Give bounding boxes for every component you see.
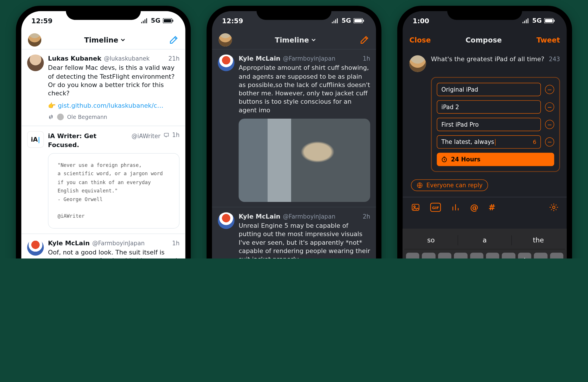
tweet-author: Kyle McLain [239, 212, 280, 221]
gif-icon: GIF [430, 203, 441, 212]
image-icon [411, 203, 420, 212]
svg-rect-15 [545, 19, 552, 22]
key-i[interactable]: i [518, 253, 531, 258]
tweet[interactable]: Kyle McLain @FarmboyinJapan 1h Appropria… [212, 49, 376, 207]
svg-rect-8 [354, 19, 362, 22]
poll-option-input[interactable]: The latest, always 6 [437, 135, 541, 148]
svg-point-20 [414, 206, 415, 207]
key-o[interactable]: o [534, 253, 548, 258]
poll-remove-button[interactable]: − [545, 85, 554, 94]
tweet[interactable]: Kyle McLain @FarmboyinJapan 1h Oof, not … [21, 234, 185, 258]
char-count: 243 [549, 56, 560, 62]
tweet-handle: @lukaskubanek [104, 55, 150, 63]
battery-icon [353, 18, 364, 23]
tweet-text: Appropriate amount of shirt cuff showing… [239, 64, 370, 114]
tweet-handle: @iAWriter [131, 133, 160, 140]
compose-button[interactable] [169, 35, 179, 45]
poll-option-input[interactable]: iPad 2 [437, 100, 541, 113]
compose-button[interactable] [359, 35, 370, 45]
compose-icon [359, 35, 370, 45]
avatar[interactable]: iA| [27, 131, 44, 229]
nav-bar: Timeline [212, 30, 376, 50]
battery-icon [163, 18, 174, 23]
nav-title[interactable]: Timeline [275, 36, 316, 44]
avatar[interactable] [218, 55, 235, 202]
poll-icon [451, 203, 460, 212]
key-y[interactable]: y [486, 253, 499, 258]
nav-title: Compose [465, 36, 502, 44]
key-q[interactable]: q [406, 253, 419, 258]
account-avatar[interactable] [28, 33, 41, 46]
tweet-button[interactable]: Tweet [536, 36, 560, 44]
nav-title[interactable]: Timeline [84, 36, 126, 44]
svg-rect-16 [554, 20, 555, 22]
key-u[interactable]: u [502, 253, 515, 258]
keyboard-suggestions: so a the [404, 231, 565, 249]
tweet-handle: @FarmboyinJapan [283, 213, 335, 220]
tweet-author: Kyle McLain [239, 55, 280, 63]
avatar[interactable] [218, 212, 235, 258]
suggestion[interactable]: the [512, 236, 565, 244]
clock-icon [441, 156, 448, 163]
tweet-link[interactable]: gist.github.com/lukaskubanek/c… [58, 102, 163, 109]
quote-card: "Never use a foreign phrase, a scientifi… [48, 153, 179, 228]
poll-option-input[interactable]: Original iPad [437, 83, 541, 96]
reply-scope-button[interactable]: Everyone can reply [411, 180, 488, 191]
retweet-indicator: Ole Begemann [48, 113, 179, 121]
timeline[interactable]: Kyle McLain @FarmboyinJapan 1h Appropria… [212, 49, 376, 258]
tweet-time: 1h [172, 131, 179, 139]
key-r[interactable]: r [454, 253, 467, 258]
status-time: 12:59 [31, 17, 53, 25]
key-p[interactable]: p [550, 253, 563, 258]
nav-bar: Close Compose Tweet [403, 30, 566, 50]
tweet-handle: @FarmboyinJapan [92, 239, 145, 247]
retweeter-avatar [57, 114, 64, 120]
account-avatar[interactable] [409, 55, 426, 72]
gear-icon [549, 203, 558, 212]
gif-button[interactable]: GIF [430, 203, 441, 212]
timeline[interactable]: Lukas Kubanek @lukaskubanek 21h Dear fel… [21, 49, 185, 258]
chevron-down-icon [311, 37, 316, 43]
svg-rect-2 [173, 20, 173, 22]
tweet-author: Kyle McLain [48, 239, 90, 247]
keyboard[interactable]: so a the qwertyuiop asdfghjkl zxcvbnm 12… [403, 229, 566, 258]
tweet[interactable]: iA| iA Writer: Get Focused. @iAWriter 1h… [21, 126, 185, 234]
key-e[interactable]: e [438, 253, 451, 258]
tweet-handle: @FarmboyinJapan [283, 55, 335, 63]
tweet-author: Lukas Kubanek [48, 55, 101, 63]
poll-remove-button[interactable]: − [545, 102, 554, 111]
account-avatar[interactable] [219, 33, 232, 46]
poll-remove-button[interactable]: − [545, 120, 554, 129]
key-t[interactable]: t [470, 253, 483, 258]
poll-remove-button[interactable]: − [545, 137, 554, 146]
svg-rect-1 [164, 19, 171, 22]
poll-char-remaining: 6 [533, 139, 536, 145]
suggestion[interactable]: a [458, 236, 511, 244]
compose-text[interactable]: What's the greatest iPad of all time? [431, 55, 544, 63]
status-time: 12:59 [222, 17, 243, 25]
media-button[interactable] [411, 203, 420, 212]
globe-icon [416, 182, 423, 188]
tweet-time: 21h [169, 55, 180, 63]
text-cursor [495, 139, 496, 145]
tweet-text: Unreal Engine 5 may be capable of puttin… [239, 221, 370, 258]
poll-duration-button[interactable]: 24 Hours [437, 153, 554, 166]
key-w[interactable]: w [422, 253, 436, 258]
svg-rect-9 [363, 20, 364, 22]
avatar[interactable] [27, 239, 44, 258]
poll-button[interactable] [451, 203, 460, 212]
poll-option-input[interactable]: First iPad Pro [437, 118, 541, 131]
tweet-time: 1h [363, 55, 370, 63]
signal-icon [522, 18, 530, 23]
mention-button[interactable]: @ [470, 202, 478, 212]
compose-area: What's the greatest iPad of all time? 24… [403, 49, 566, 191]
hashtag-button[interactable]: # [488, 202, 495, 212]
tweet[interactable]: Kyle McLain @FarmboyinJapan 2h Unreal En… [212, 207, 376, 258]
tweet-media[interactable] [239, 119, 370, 202]
tweet[interactable]: Lukas Kubanek @lukaskubanek 21h Dear fel… [21, 49, 185, 126]
settings-button[interactable] [549, 203, 558, 212]
avatar[interactable] [27, 55, 44, 121]
close-button[interactable]: Close [409, 36, 431, 44]
retweet-icon [48, 114, 54, 120]
suggestion[interactable]: so [404, 236, 458, 244]
